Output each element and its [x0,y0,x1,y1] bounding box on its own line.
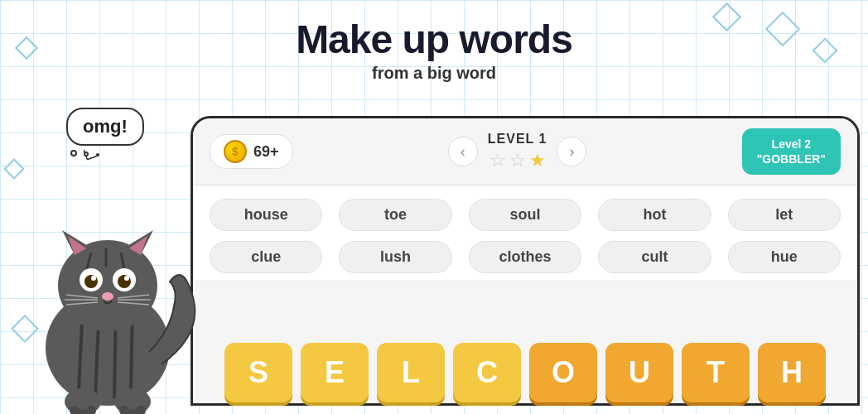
word-toe[interactable]: toe [339,199,451,231]
word-soul[interactable]: soul [469,199,581,231]
word-clothes[interactable]: clothes [469,241,581,273]
next-level-label: Level 2 [757,137,826,152]
stars-row: ☆ ☆ ★ [488,150,547,171]
star-2: ☆ [509,150,526,171]
letter-tile-e[interactable]: E [301,343,369,402]
next-level-word: "GOBBLER" [757,152,826,166]
letter-tile-t[interactable]: T [682,343,750,402]
svg-point-18 [124,276,129,281]
level-nav: ‹ LEVEL 1 ☆ ☆ ★ › [448,132,587,171]
word-let[interactable]: let [728,199,841,231]
word-hot[interactable]: hot [598,199,711,231]
word-hue[interactable]: hue [728,241,841,273]
level-label: LEVEL 1 [488,132,547,147]
word-clue[interactable]: clue [210,241,322,273]
coin-icon: $ [224,140,247,163]
level-info: LEVEL 1 ☆ ☆ ★ [488,132,547,171]
panel-topbar: $ 69+ ‹ LEVEL 1 ☆ ☆ ★ › Level 2 "GOBBLER… [193,118,857,185]
nav-left-button[interactable]: ‹ [448,137,478,166]
svg-point-5 [58,240,157,331]
svg-point-16 [118,275,131,288]
star-1: ☆ [489,150,506,171]
chevron-left-icon: ‹ [461,143,465,161]
word-lush[interactable]: lush [339,241,451,273]
star-3: ★ [529,150,546,171]
nav-right-button[interactable]: › [557,137,586,166]
header: Make up words from a big word [0,17,868,83]
chevron-right-icon: › [569,143,574,161]
coins-display: $ 69+ [210,134,293,169]
coins-value: 69+ [253,143,279,161]
svg-point-19 [102,292,113,301]
next-level-button[interactable]: Level 2 "GOBBLER" [742,128,841,175]
words-area: house toe soul hot let clue lush clothes… [193,185,857,280]
letter-tile-h[interactable]: H [758,343,826,402]
letter-tile-u[interactable]: U [605,343,673,402]
words-grid: house toe soul hot let clue lush clothes… [210,199,841,273]
letter-tile-s[interactable]: S [224,343,292,402]
word-cult[interactable]: cult [598,241,711,273]
letter-tile-c[interactable]: C [453,343,521,402]
cat-illustration [17,132,199,414]
page-title: Make up words [0,17,868,62]
letter-tiles-row: S E L C O U T H [199,343,851,402]
word-house[interactable]: house [210,199,322,231]
letter-tile-o[interactable]: O [529,343,597,402]
svg-point-17 [91,276,96,281]
cat-svg [17,132,199,414]
svg-point-15 [84,275,98,288]
page-subtitle: from a big word [0,64,868,83]
letter-tile-l[interactable]: L [377,343,445,402]
